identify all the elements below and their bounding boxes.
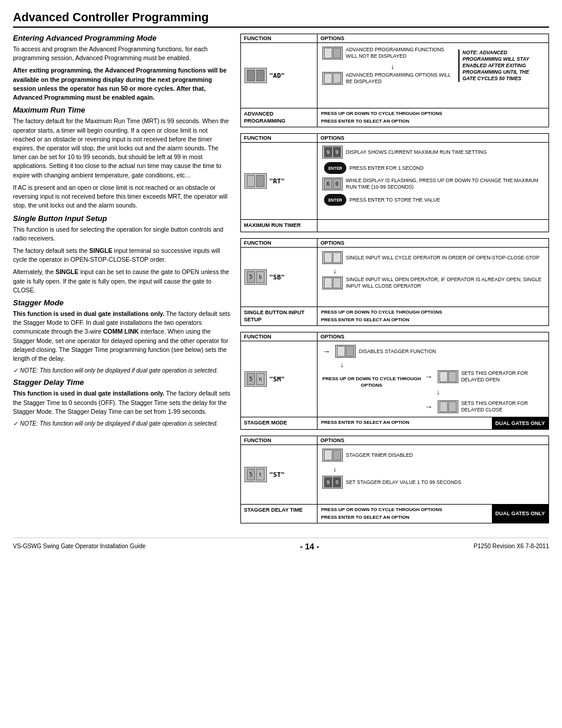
diag2-enter-btn1: ENTER bbox=[324, 162, 346, 174]
diag4-opt3-disp bbox=[438, 400, 458, 413]
section-text-sbis-3: Alternately, the SINGLE input can be set… bbox=[13, 268, 231, 295]
diag4-func-display: 5 n bbox=[244, 371, 267, 387]
footer-right: P1250 Revision X6 7-8-2011 bbox=[474, 543, 549, 549]
diag2-opts-label: OPTIONS bbox=[318, 134, 548, 142]
diag5-opts-label: OPTIONS bbox=[318, 436, 548, 444]
section-text-stagger-1: This function is used in dual gate insta… bbox=[13, 309, 231, 363]
section-heading-stagger: Stagger Mode bbox=[13, 298, 231, 307]
diag3-opt2-text: SINGLE INPUT WILL OPEN OPERATOR, IF OPER… bbox=[346, 276, 544, 289]
diag1-func-display bbox=[244, 68, 267, 83]
diagram-stagger-mode: FUNCTION OPTIONS 5 n "SM" → bbox=[240, 332, 549, 430]
diag1-opts-label: OPTIONS bbox=[318, 34, 548, 42]
diag3-opt1-text: SINGLE INPUT WILL CYCLE OPERATOR IN ORDE… bbox=[346, 255, 540, 261]
diag4-opt2-disp bbox=[438, 370, 458, 383]
section-text-mrt-2: If AC is present and an open or close li… bbox=[13, 183, 231, 210]
diag5-opt1-disp bbox=[322, 449, 343, 462]
diagram-stagger-delay: FUNCTION OPTIONS 5 t "ST" bbox=[240, 436, 549, 523]
diag3-press-updown: PRESS UP OR DOWN TO CYCLE THROUGH OPTION… bbox=[321, 309, 545, 315]
section-stagger: Stagger Mode This function is used in du… bbox=[13, 298, 231, 375]
diag1-opt2-display: _ bbox=[322, 72, 343, 85]
diag3-opt1-disp bbox=[322, 251, 343, 264]
diagram-advanced-programming: FUNCTION OPTIONS "AD" bbox=[240, 34, 549, 127]
diag4-press-enter: PRESS ENTER TO SELECT AN OPTION bbox=[321, 419, 488, 426]
diag4-opt3-text: SETS THIS OPERATOR FOR DELAYED CLOSE bbox=[461, 400, 544, 413]
diag5-opt1-text: STAGGER TIMER DISABLED bbox=[346, 452, 413, 459]
section-heading-sbis: Single Button Input Setup bbox=[13, 214, 231, 223]
diag2-enter-btn2: ENTER bbox=[324, 194, 346, 206]
diag3-code: "SB" bbox=[269, 274, 285, 281]
diag3-press-enter: PRESS ENTER TO SELECT AN OPTION bbox=[321, 317, 545, 323]
page-title: Advanced Controller Programming bbox=[13, 11, 549, 28]
section-note-stagger: NOTE: This function will only be display… bbox=[13, 367, 231, 375]
section-entering: Entering Advanced Programming Mode To ac… bbox=[13, 34, 231, 102]
diag1-press-enter: PRESS ENTER TO SELECT AN OPTION bbox=[321, 118, 545, 124]
diag5-func-label: FUNCTION bbox=[241, 436, 318, 444]
section-text-sbis-2: The factory default sets the SINGLE inpu… bbox=[13, 246, 231, 264]
section-text-sbis-1: This function is used for selecting the … bbox=[13, 225, 231, 243]
diag5-dual-gates: DUAL GATES ONLY bbox=[492, 505, 548, 522]
diag2-opt1-display: 9 9 bbox=[322, 146, 343, 159]
diag5-press-enter: PRESS ENTER TO SELECT AN OPTION bbox=[321, 514, 488, 521]
page-footer: VS-GSWG Swing Gate Operator Installation… bbox=[13, 538, 549, 551]
section-note-stagger-delay: NOTE: This function will only be display… bbox=[13, 420, 231, 428]
diag4-footer-label: STAGGER MODE bbox=[241, 417, 318, 430]
diag5-opt2-disp: 9 9 bbox=[322, 476, 343, 489]
footer-left: VS-GSWG Swing Gate Operator Installation… bbox=[13, 543, 146, 549]
diag1-opt1-display bbox=[322, 47, 343, 60]
section-text-mrt-1: The factory default for the Maximum Run … bbox=[13, 117, 231, 180]
section-mrt: Maximum Run Time The factory default for… bbox=[13, 106, 231, 210]
diag3-opt2-disp bbox=[322, 276, 343, 289]
diagram-mrt: FUNCTION OPTIONS "RT" 9 bbox=[240, 133, 549, 232]
diag2-opt1-text: DISPLAY SHOWS CURRENT MAXIMUM RUN TIME S… bbox=[346, 149, 487, 156]
diag4-code: "SM" bbox=[269, 375, 285, 383]
section-stagger-delay: Stagger Delay Time This function is used… bbox=[13, 378, 231, 428]
diag1-opt2-text: ADVANCED PROGRAMMING OPTIONS WILL BE DIS… bbox=[346, 72, 452, 85]
diag5-footer-label: STAGGER DELAY TIME bbox=[241, 505, 318, 522]
diag1-press-updown: PRESS UP OR DOWN TO CYCLE THROUGH OPTION… bbox=[321, 110, 545, 117]
diag5-func-display: 5 t bbox=[244, 467, 267, 482]
diag5-press-updown: PRESS UP OR DOWN TO CYCLE THROUGH OPTION… bbox=[321, 506, 488, 513]
diag3-func-display: 5 b bbox=[244, 269, 267, 285]
diag1-note: NOTE: ADVANCED PROGRAMMING WILL STAY ENA… bbox=[458, 50, 544, 82]
diag1-func-label: FUNCTION bbox=[241, 34, 318, 42]
diag3-footer-label: SINGLE BUTTON INPUT SETUP bbox=[241, 307, 318, 325]
diag3-func-label: FUNCTION bbox=[241, 239, 318, 247]
diag4-press-updown: PRESS UP OR DOWN TO CYCLE THROUGH OPTION… bbox=[322, 376, 421, 388]
diag3-opts-label: OPTIONS bbox=[318, 239, 548, 247]
diag2-footer-label: MAXIMUM RUN TIMER bbox=[241, 220, 318, 232]
diagram-single-button: FUNCTION OPTIONS 5 b "SB" bbox=[240, 238, 549, 326]
diag2-opt3-text: WHILE DISPLAY IS FLASHING, PRESS UP OR D… bbox=[346, 177, 544, 190]
diag2-opt3-display: 6 0 bbox=[322, 177, 343, 190]
section-text-stagger-delay-1: This function is used in dual gate insta… bbox=[13, 389, 231, 416]
diag5-code: "ST" bbox=[269, 471, 285, 479]
diag2-enter-text1: PRESS ENTER FOR 1 SECOND bbox=[349, 165, 424, 171]
diag4-opts-label: OPTIONS bbox=[318, 332, 548, 341]
diag4-opt1-disp bbox=[335, 345, 356, 358]
diag4-func-label: FUNCTION bbox=[241, 332, 318, 341]
section-text-entering-2: After exiting programming, the Advanced … bbox=[13, 66, 231, 102]
diag4-opt1-text: DISABLES STAGGER FUNCTION bbox=[359, 348, 436, 355]
diag5-opt2-text: SET STAGGER DELAY VALUE 1 TO 99 SECONDS bbox=[346, 479, 461, 486]
diag1-opt1-text: ADVANCED PROGRAMMING FUNCTIONS WILL NOT … bbox=[346, 47, 452, 60]
section-heading-stagger-delay: Stagger Delay Time bbox=[13, 378, 231, 387]
footer-center: - 14 - bbox=[300, 542, 319, 551]
diag2-enter-text2: PRESS ENTER TO STORE THE VALUE bbox=[349, 197, 440, 203]
diag4-opt2-text: SETS THIS OPERATOR FOR DELAYED OPEN bbox=[461, 370, 544, 383]
section-sbis: Single Button Input Setup This function … bbox=[13, 214, 231, 295]
diag1-footer-label: ADVANCED PROGRAMMING bbox=[241, 108, 318, 127]
section-text-entering-1: To access and program the Advanced Progr… bbox=[13, 45, 231, 62]
diag2-func-display bbox=[244, 173, 267, 189]
diag1-code: "AD" bbox=[269, 72, 285, 80]
diag2-func-label: FUNCTION bbox=[241, 134, 318, 142]
diag2-code: "RT" bbox=[269, 177, 285, 185]
section-heading-entering: Entering Advanced Programming Mode bbox=[13, 34, 231, 42]
diag4-dual-gates: DUAL GATES ONLY bbox=[492, 417, 548, 430]
section-heading-mrt: Maximum Run Time bbox=[13, 106, 231, 114]
